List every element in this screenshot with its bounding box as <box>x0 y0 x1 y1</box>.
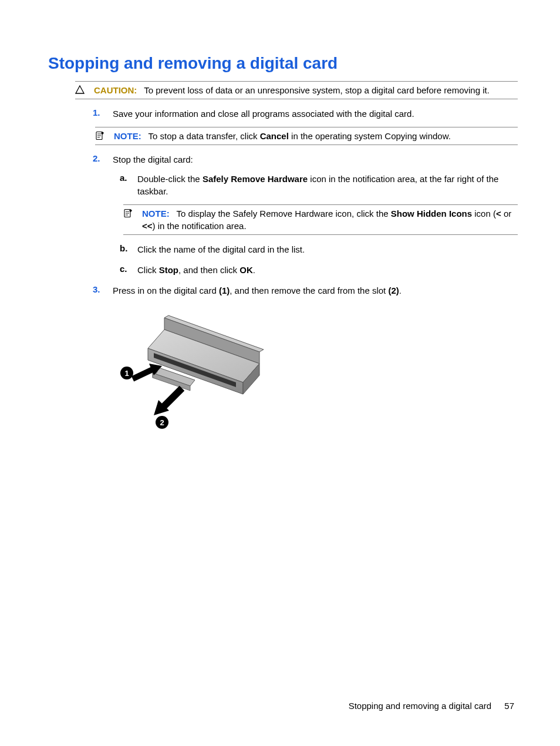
document-page: Stopping and removing a digital card CAU… <box>0 0 560 746</box>
step-2c: Click Stop, and then click OK. <box>137 264 518 276</box>
step-2b: Click the name of the digital card in th… <box>137 243 518 256</box>
substep-list: Double-click the Safely Remove Hardware … <box>113 173 518 276</box>
note-label: NOTE: <box>114 131 141 141</box>
caution-icon <box>75 85 89 96</box>
step-2: Stop the digital card: Double-click the … <box>113 153 518 276</box>
note-callout-2: NOTE: To display the Safely Remove Hardw… <box>123 204 518 235</box>
step-3-text: Press in on the digital card (1), and th… <box>113 285 402 295</box>
caution-callout: CAUTION: To prevent loss of data or an u… <box>75 81 518 99</box>
step-1: Save your information and close all prog… <box>113 107 518 145</box>
note-icon <box>123 208 137 220</box>
caution-text: CAUTION: To prevent loss of data or an u… <box>94 84 490 96</box>
step-2c-text: Click Stop, and then click OK. <box>137 265 255 275</box>
step-3: Press in on the digital card (1), and th… <box>113 284 518 297</box>
page-title: Stopping and removing a digital card <box>48 54 518 73</box>
note-icon <box>95 130 109 142</box>
page-number: 57 <box>504 701 514 711</box>
step-2-text: Stop the digital card: <box>113 154 193 164</box>
step-2b-text: Click the name of the digital card in th… <box>137 244 305 254</box>
note-callout-1: NOTE: To stop a data transfer, click Can… <box>95 127 518 145</box>
note-1-text: NOTE: To stop a data transfer, click Can… <box>114 130 451 142</box>
diagram-label-2: 2 <box>160 418 164 427</box>
step-1-text: Save your information and close all prog… <box>113 109 414 119</box>
diagram-label-1: 1 <box>124 369 129 378</box>
footer-text: Stopping and removing a digital card <box>349 701 492 711</box>
step-2a: Double-click the Safely Remove Hardware … <box>137 173 518 235</box>
note-label: NOTE: <box>142 209 170 219</box>
card-diagram: 1 2 <box>113 306 518 431</box>
caution-body: To prevent loss of data or an unresponsi… <box>144 85 490 95</box>
page-footer: Stopping and removing a digital card 57 <box>349 701 514 711</box>
step-2a-text: Double-click the Safely Remove Hardware … <box>137 174 498 196</box>
caution-label: CAUTION: <box>94 85 137 95</box>
note-2-text: NOTE: To display the Safely Remove Hardw… <box>142 207 518 232</box>
step-list: Save your information and close all prog… <box>48 107 518 297</box>
